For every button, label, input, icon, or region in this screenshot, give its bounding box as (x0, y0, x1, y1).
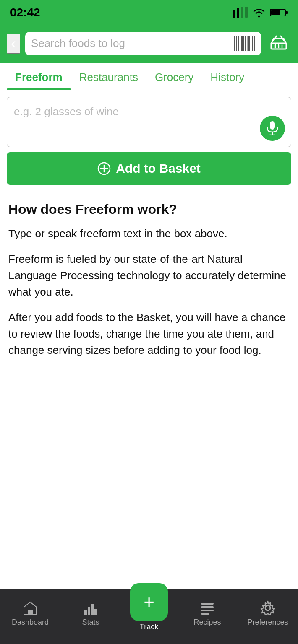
stats-icon (83, 600, 99, 615)
svg-rect-18 (252, 36, 253, 51)
svg-rect-6 (286, 11, 288, 14)
svg-rect-14 (245, 36, 246, 51)
nav-label-stats: Stats (82, 618, 99, 627)
svg-rect-11 (240, 36, 240, 51)
basket-icon (268, 32, 290, 54)
status-icons (233, 7, 288, 18)
svg-rect-26 (270, 121, 275, 130)
nav-item-stats[interactable]: Stats (70, 600, 112, 627)
info-para-3: After you add foods to the Basket, you w… (8, 309, 290, 358)
svg-rect-17 (251, 36, 251, 51)
header: ‹ Search foods to log (0, 25, 298, 63)
signal-icon (233, 7, 248, 18)
svg-rect-35 (91, 604, 94, 615)
search-bar[interactable]: Search foods to log (25, 32, 261, 55)
svg-rect-34 (88, 607, 90, 615)
status-time: 02:42 (10, 6, 40, 19)
svg-rect-10 (238, 36, 239, 51)
freeform-placeholder: e.g. 2 glasses of wine (14, 104, 284, 119)
nav-item-recipes[interactable]: Recipes (186, 600, 228, 627)
nav-item-track[interactable]: + Track (130, 596, 168, 631)
tab-freeform[interactable]: Freeform (7, 63, 71, 90)
svg-rect-37 (201, 603, 214, 605)
gear-icon (260, 600, 276, 615)
svg-rect-7 (271, 10, 280, 15)
nav-label-dashboard: Dashboard (12, 618, 49, 627)
svg-rect-9 (236, 36, 237, 51)
mic-button[interactable] (260, 116, 285, 141)
tab-restaurants[interactable]: Restaurants (71, 63, 146, 90)
svg-point-4 (258, 16, 260, 18)
svg-rect-38 (201, 606, 214, 608)
nav-label-track: Track (140, 623, 158, 631)
svg-rect-16 (248, 36, 250, 51)
barcode-icon (234, 36, 255, 51)
freeform-area: e.g. 2 glasses of wine Add to Basket (0, 90, 298, 192)
svg-rect-32 (28, 610, 32, 615)
svg-rect-2 (241, 7, 243, 18)
status-bar: 02:42 (0, 0, 298, 25)
svg-rect-15 (247, 36, 248, 51)
wifi-icon (252, 7, 266, 18)
svg-rect-12 (241, 36, 243, 51)
svg-rect-3 (245, 7, 248, 18)
nav-label-recipes: Recipes (193, 618, 221, 627)
recipes-icon (199, 600, 215, 615)
tab-history[interactable]: History (202, 63, 253, 90)
svg-point-41 (265, 605, 270, 610)
svg-rect-40 (201, 613, 209, 615)
home-icon (22, 600, 38, 615)
svg-rect-36 (94, 609, 97, 615)
freeform-input[interactable]: e.g. 2 glasses of wine (7, 97, 291, 147)
plus-icon: + (144, 593, 154, 611)
info-title: How does Freeform work? (8, 202, 290, 217)
nav-item-preferences[interactable]: Preferences (247, 600, 289, 627)
info-para-1: Type or speak freeform text in the box a… (8, 226, 290, 242)
add-basket-label: Add to Basket (116, 161, 201, 176)
tab-grocery[interactable]: Grocery (146, 63, 202, 90)
svg-rect-8 (234, 36, 235, 51)
back-button[interactable]: ‹ (7, 34, 20, 54)
svg-rect-39 (201, 610, 214, 611)
nav-label-preferences: Preferences (247, 618, 288, 627)
svg-rect-0 (233, 10, 235, 18)
svg-rect-1 (237, 8, 239, 18)
plus-circle-icon (97, 162, 111, 175)
bottom-nav: Dashboard Stats + Track Recipes (0, 589, 298, 644)
info-para-2: Freeform is fueled by our state-of-the-a… (8, 251, 290, 300)
add-basket-button[interactable]: Add to Basket (7, 152, 291, 185)
svg-rect-19 (254, 36, 255, 51)
svg-rect-33 (84, 610, 87, 615)
track-button[interactable]: + (130, 583, 168, 621)
svg-rect-13 (243, 36, 244, 51)
tab-bar: Freeform Restaurants Grocery History (0, 63, 298, 90)
nav-item-dashboard[interactable]: Dashboard (9, 600, 51, 627)
basket-button[interactable] (266, 30, 291, 57)
mic-icon (266, 121, 279, 135)
search-placeholder: Search foods to log (31, 37, 230, 50)
info-section: How does Freeform work? Type or speak fr… (0, 192, 298, 378)
battery-icon (270, 8, 288, 17)
